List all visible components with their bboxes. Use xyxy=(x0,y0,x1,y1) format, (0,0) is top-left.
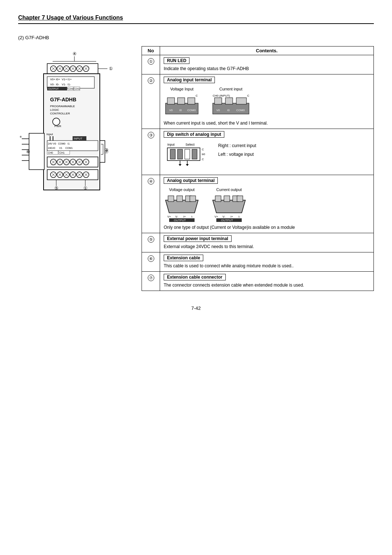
voltage-input-label: Voltage Input xyxy=(170,87,193,91)
table-area: No Contents. ① RUN LED Indicate the oper… xyxy=(142,46,374,291)
row-content-7: Extension cable connector The connector … xyxy=(160,272,373,291)
current-output-svg: V+ V- I+ I- OUTPUT xyxy=(211,193,247,222)
svg-rect-164 xyxy=(224,196,230,202)
svg-text:COM0: COM0 xyxy=(236,109,245,112)
row-desc-2: When current input is used, short the V … xyxy=(164,120,370,126)
svg-text:I-: I- xyxy=(191,215,193,218)
row-title-7: Extension cable connector xyxy=(164,274,226,280)
row-content-4: Analog output terminal Voltage output xyxy=(160,175,373,233)
svg-text:I1: I1 xyxy=(68,142,70,145)
svg-text:C: C xyxy=(202,148,204,151)
svg-text:24V: 24V xyxy=(48,142,53,145)
table-row-7: ⑦ Extension cable connector The connecto… xyxy=(142,272,373,291)
row-content-3: Dip switch of analog input Input Select xyxy=(160,129,373,175)
svg-text:CH1: CH1 xyxy=(60,151,65,154)
svg-text:I1+: I1+ xyxy=(68,78,72,81)
svg-text:LOGIC: LOGIC xyxy=(50,108,59,112)
svg-text:I0: I0 xyxy=(227,109,230,112)
svg-rect-121 xyxy=(167,98,175,104)
device-svg: ④ xyxy=(18,46,131,264)
svg-rect-131 xyxy=(225,98,233,104)
row-title-1: RUN LED xyxy=(164,57,189,64)
chapter-title: Chapter 7 Usage of Various Functions xyxy=(18,15,374,24)
voltage-output-section: Voltage output V+ xyxy=(164,187,200,222)
circle-4: ④ xyxy=(148,178,154,185)
svg-text:CH1: CH1 xyxy=(75,88,80,90)
diagram-area: ④ xyxy=(18,46,134,265)
voltage-output-label: Voltage output xyxy=(169,187,195,192)
circle-6: ⑥ xyxy=(148,255,154,262)
svg-text:V+: V+ xyxy=(215,215,218,218)
circle-7: ⑦ xyxy=(148,275,154,281)
current-output-section: Current output V+ V- I+ I- xyxy=(211,187,247,222)
voltage-input-section: Voltage Input V0 I0 xyxy=(164,87,200,118)
current-terminal-svg: CH0 (INPUT) V0 I0 COM0 C xyxy=(211,92,251,118)
voltage-terminal-svg: V0 I0 COM0 C xyxy=(164,92,200,118)
svg-text:C: C xyxy=(202,158,204,161)
svg-text:INPUT: INPUT xyxy=(74,137,82,140)
svg-text:I-: I- xyxy=(238,215,240,218)
circle-1: ① xyxy=(148,58,154,65)
svg-rect-130 xyxy=(215,98,222,104)
svg-text:OUTPUT: OUTPUT xyxy=(174,219,186,222)
svg-text:V-: V- xyxy=(222,215,225,218)
svg-marker-151 xyxy=(166,200,198,213)
svg-rect-55 xyxy=(100,141,105,162)
svg-rect-163 xyxy=(215,196,221,202)
row-no-6: ⑥ xyxy=(142,252,160,271)
svg-text:OUTPUT: OUTPUT xyxy=(221,219,233,222)
right-current-label: Right : current input xyxy=(218,141,256,150)
row-no-2: ② xyxy=(142,74,160,129)
svg-text:I1-: I1- xyxy=(68,83,71,86)
svg-text:V0-: V0- xyxy=(50,83,55,86)
svg-text:V1-: V1- xyxy=(62,83,66,86)
svg-text:①: ① xyxy=(109,66,113,71)
svg-rect-46 xyxy=(29,133,44,170)
svg-rect-155 xyxy=(190,196,196,202)
circle-3: ③ xyxy=(148,132,154,138)
row-title-6: Extension cable xyxy=(164,255,203,261)
svg-text:CONTROLLER: CONTROLLER xyxy=(50,112,70,115)
svg-text:I0: I0 xyxy=(179,109,182,112)
svg-marker-148 xyxy=(179,164,181,166)
dip-switch-svg: Input Select C b0 C xyxy=(164,141,211,170)
svg-text:COM0: COM0 xyxy=(58,142,65,145)
current-output-label: Current output xyxy=(216,187,242,192)
row-desc-1: Indicate the operating status the G7F-AD… xyxy=(164,65,370,72)
svg-text:C: C xyxy=(247,94,249,97)
analog-output-section: Voltage output V+ xyxy=(164,187,370,222)
table-header: No Contents. xyxy=(142,46,373,55)
row-no-5: ⑤ xyxy=(142,233,160,252)
svg-point-44 xyxy=(53,118,60,125)
svg-text:V1: V1 xyxy=(59,147,62,149)
page-number: 7-42 xyxy=(18,305,374,311)
row-content-2: Analog input terminal Voltage Input xyxy=(160,74,373,129)
analog-input-section: Voltage Input V0 I0 xyxy=(164,87,370,118)
row-no-3: ③ xyxy=(142,129,160,175)
svg-text:I0: I0 xyxy=(53,147,55,149)
svg-marker-150 xyxy=(186,164,189,166)
main-content: ④ xyxy=(18,46,374,291)
row-title-5: External power input terminal xyxy=(164,235,232,242)
circle-2: ② xyxy=(148,77,154,84)
table-row-4: ④ Analog output terminal Voltage output xyxy=(142,175,373,233)
row-title-4: Analog output terminal xyxy=(164,177,218,184)
svg-text:24G: 24G xyxy=(48,147,53,149)
svg-rect-166 xyxy=(237,196,243,202)
svg-rect-140 xyxy=(170,149,175,159)
row-desc-6: This cable is used to connect while anal… xyxy=(164,263,370,269)
svg-text:COM0: COM0 xyxy=(187,109,196,112)
row-content-5: External power input terminal External v… xyxy=(160,233,373,252)
svg-text:G7F-ADHB: G7F-ADHB xyxy=(50,97,76,102)
svg-rect-132 xyxy=(236,98,246,104)
svg-rect-142 xyxy=(185,149,190,159)
svg-text:PROGRAMMABLE: PROGRAMMABLE xyxy=(50,105,75,108)
svg-text:V0: V0 xyxy=(216,109,220,112)
svg-text:b0: b0 xyxy=(202,153,205,156)
page: Chapter 7 Usage of Various Functions (2)… xyxy=(0,0,392,325)
svg-text:I+: I+ xyxy=(183,215,186,218)
svg-text:CH0: CH0 xyxy=(69,88,74,90)
row-desc-7: The connector connects extension cable w… xyxy=(164,282,370,288)
svg-text:V0: V0 xyxy=(169,109,173,112)
svg-rect-141 xyxy=(177,149,183,159)
